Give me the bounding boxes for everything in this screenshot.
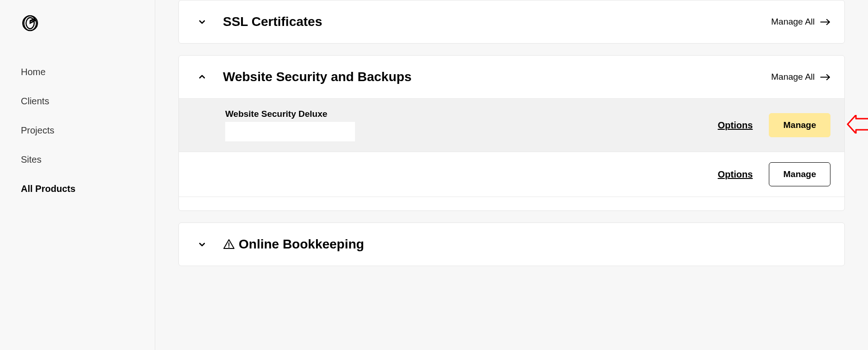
arrow-right-icon xyxy=(820,74,830,81)
security-card-title: Website Security and Backups xyxy=(223,70,412,84)
chevron-up-icon[interactable] xyxy=(193,72,211,82)
nav-list: Home Clients Projects Sites All Products xyxy=(0,57,155,204)
bookkeeping-title-text: Online Bookkeeping xyxy=(239,237,364,252)
manage-button[interactable]: Manage xyxy=(769,162,830,186)
product-info: Website Security Deluxe xyxy=(225,109,718,141)
ssl-certificates-card: SSL Certificates Manage All xyxy=(178,0,845,44)
card-footer-spacer xyxy=(179,197,844,210)
nav-item-home[interactable]: Home xyxy=(0,57,155,87)
logo[interactable] xyxy=(0,14,155,34)
options-link[interactable]: Options xyxy=(718,120,753,131)
warning-icon xyxy=(223,238,235,250)
online-bookkeeping-card: Online Bookkeeping xyxy=(178,223,845,266)
website-security-card: Website Security and Backups Manage All … xyxy=(178,55,845,211)
arrow-right-icon xyxy=(820,19,830,25)
product-detail-redacted xyxy=(225,122,355,141)
chevron-down-icon[interactable] xyxy=(193,240,211,249)
manage-all-label: Manage All xyxy=(771,72,815,82)
annotation-arrow-icon xyxy=(847,115,868,135)
nav-item-clients[interactable]: Clients xyxy=(0,87,155,116)
manage-button-primary[interactable]: Manage xyxy=(769,113,830,137)
nav-item-sites[interactable]: Sites xyxy=(0,145,155,174)
ssl-manage-all-link[interactable]: Manage All xyxy=(771,17,830,27)
product-name: Website Security Deluxe xyxy=(225,109,718,119)
security-card-header: Website Security and Backups Manage All xyxy=(179,56,844,98)
nav-item-projects[interactable]: Projects xyxy=(0,116,155,145)
product-row-item: Options Manage xyxy=(179,152,844,197)
chevron-down-icon[interactable] xyxy=(193,17,211,26)
options-link[interactable]: Options xyxy=(718,169,753,180)
ssl-card-title: SSL Certificates xyxy=(223,14,322,29)
product-row-security-deluxe: Website Security Deluxe Options Manage xyxy=(179,98,844,152)
sidebar: Home Clients Projects Sites All Products xyxy=(0,0,155,350)
manage-all-label: Manage All xyxy=(771,17,815,27)
bookkeeping-card-header: Online Bookkeeping xyxy=(179,223,844,266)
godaddy-logo-icon xyxy=(21,14,39,32)
ssl-card-header: SSL Certificates Manage All xyxy=(179,0,844,43)
svg-point-2 xyxy=(228,247,229,248)
main-content: SSL Certificates Manage All Website Secu… xyxy=(155,0,868,350)
security-manage-all-link[interactable]: Manage All xyxy=(771,72,830,82)
nav-item-all-products[interactable]: All Products xyxy=(0,174,155,204)
bookkeeping-card-title: Online Bookkeeping xyxy=(223,237,364,252)
